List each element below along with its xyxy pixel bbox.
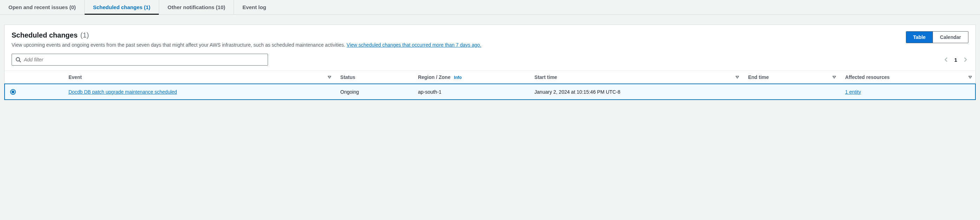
col-affected-label: Affected resources: [845, 74, 890, 80]
view-toggle: Table Calendar: [906, 31, 969, 43]
col-event-label: Event: [68, 74, 82, 80]
svg-marker-2: [328, 76, 331, 78]
panel-title: Scheduled changes: [11, 31, 78, 39]
event-link[interactable]: Docdb DB patch upgrade maintenance sched…: [68, 89, 177, 95]
events-table: Event Status Region / Zone Info Start ti…: [5, 71, 975, 100]
col-event[interactable]: Event: [63, 71, 335, 84]
col-end[interactable]: End time: [743, 71, 840, 84]
search-icon: [16, 57, 21, 62]
tab-scheduled-changes[interactable]: Scheduled changes (1): [85, 0, 159, 14]
table-row[interactable]: Docdb DB patch upgrade maintenance sched…: [5, 84, 975, 100]
row-event-cell: Docdb DB patch upgrade maintenance sched…: [63, 84, 335, 100]
filter-row: 1: [5, 49, 975, 71]
row-status-cell: Ongoing: [335, 84, 412, 100]
row-end-cell: [743, 84, 840, 100]
tab-open-issues[interactable]: Open and recent issues (0): [0, 0, 85, 14]
table-header-row: Event Status Region / Zone Info Start ti…: [5, 71, 975, 84]
pager-next-icon[interactable]: [962, 57, 969, 63]
tabs-bar: Open and recent issues (0) Scheduled cha…: [0, 0, 980, 15]
sort-caret-icon: [328, 74, 331, 80]
panel-description: View upcoming events and ongoing events …: [11, 41, 906, 49]
affected-link[interactable]: 1 entity: [845, 89, 861, 95]
panel-title-count: (1): [80, 31, 89, 39]
row-select-cell[interactable]: [5, 84, 63, 100]
region-info-link[interactable]: Info: [454, 75, 461, 80]
sort-caret-icon: [969, 74, 972, 80]
sort-caret-icon: [832, 74, 836, 80]
row-affected-cell: 1 entity: [840, 84, 975, 100]
row-radio[interactable]: [10, 89, 16, 95]
view-older-changes-link[interactable]: View scheduled changes that occurred mor…: [347, 42, 481, 48]
svg-marker-3: [736, 76, 739, 78]
row-start-cell: January 2, 2024 at 10:15:46 PM UTC-8: [529, 84, 743, 100]
pager: 1: [943, 57, 969, 63]
scheduled-changes-panel: Scheduled changes (1) View upcoming even…: [4, 25, 976, 100]
svg-line-1: [19, 61, 21, 62]
filter-input[interactable]: [24, 57, 264, 62]
svg-marker-5: [969, 76, 972, 78]
filter-box[interactable]: [11, 54, 268, 66]
panel-header: Scheduled changes (1) View upcoming even…: [5, 25, 975, 49]
col-affected[interactable]: Affected resources: [840, 71, 975, 84]
svg-point-0: [16, 57, 20, 61]
tab-event-log[interactable]: Event log: [234, 0, 275, 14]
col-status[interactable]: Status: [335, 71, 412, 84]
col-start-label: Start time: [535, 74, 557, 80]
col-region-label: Region / Zone: [418, 74, 451, 80]
col-select: [5, 71, 63, 84]
pager-prev-icon[interactable]: [943, 57, 950, 63]
sort-caret-icon: [735, 74, 739, 80]
panel-description-text: View upcoming events and ongoing events …: [11, 42, 347, 48]
col-start[interactable]: Start time: [529, 71, 743, 84]
col-region[interactable]: Region / Zone Info: [412, 71, 529, 84]
col-end-label: End time: [748, 74, 769, 80]
view-calendar-button[interactable]: Calendar: [932, 32, 968, 43]
view-table-button[interactable]: Table: [906, 32, 933, 43]
row-region-cell: ap-south-1: [412, 84, 529, 100]
tab-other-notifications[interactable]: Other notifications (10): [159, 0, 234, 14]
pager-current: 1: [955, 57, 957, 63]
svg-marker-4: [833, 76, 836, 78]
